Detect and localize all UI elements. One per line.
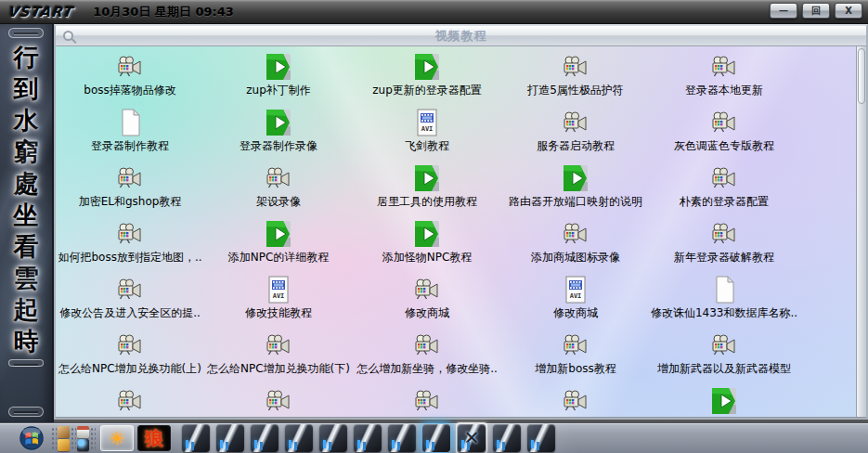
grid-item[interactable]: 修改商城 xyxy=(353,275,501,330)
grid-item[interactable]: 登录器制作录像 xyxy=(204,108,353,163)
window-scrollbar[interactable] xyxy=(856,46,866,417)
taskbar-folder[interactable] xyxy=(250,423,279,453)
grid-item[interactable]: 怎么给NPC增加兑换功能(下) xyxy=(204,330,353,386)
dark-folder-icon xyxy=(354,424,382,452)
camera-icon xyxy=(115,52,145,82)
dark-folder-icon xyxy=(527,424,555,452)
grid-item-label: 加密EL和gshop教程 xyxy=(79,195,182,208)
minimize-button[interactable]: — xyxy=(770,3,797,19)
taskbar-folder[interactable] xyxy=(387,423,417,453)
grid-item[interactable]: 居里工具的使用教程 xyxy=(353,163,501,219)
grid-item[interactable]: 怎么增加新坐骑，修改坐骑.. xyxy=(353,330,501,386)
grid-item[interactable]: 灰色调蓝色专版教程 xyxy=(650,108,798,163)
grid-item[interactable]: zup补丁制作 xyxy=(204,52,353,108)
dark-folder-icon xyxy=(388,424,416,452)
camera-icon xyxy=(115,275,145,304)
wolf-app-button[interactable]: 狼 xyxy=(137,425,171,451)
dark-folder-icon xyxy=(216,424,244,452)
grid-item-partial[interactable] xyxy=(56,386,204,417)
doc-icon xyxy=(709,275,739,304)
grid-item[interactable]: 加密EL和gshop教程 xyxy=(56,163,204,219)
icon-panel: boss掉落物品修改zup补丁制作zup更新的登录器配置打造5属性极品护符登录器… xyxy=(56,46,866,417)
grid-item[interactable]: 如何把boss放到指定地图，.. xyxy=(56,219,204,275)
grid-item-label: 增加新boss教程 xyxy=(535,362,615,375)
camera-icon xyxy=(561,386,590,416)
player-icon xyxy=(264,219,293,249)
grid-item[interactable]: 服务器启动教程 xyxy=(501,108,650,163)
camera-icon xyxy=(115,330,145,360)
poem-character: 水 xyxy=(0,105,52,136)
grid-item-label: 添加怪物NPC教程 xyxy=(382,251,473,264)
sun-icon: ☀ xyxy=(109,428,124,448)
scroll-top-cap[interactable] xyxy=(8,28,44,38)
taskbar-folder[interactable] xyxy=(526,423,556,453)
grid-item[interactable]: 打造5属性极品护符 xyxy=(501,52,650,108)
taskbar-folder[interactable] xyxy=(421,423,451,453)
poem-character: 坐 xyxy=(0,200,52,231)
start-button[interactable] xyxy=(19,425,45,451)
scrollbar-thumb[interactable] xyxy=(858,48,865,104)
taskbar-folder[interactable] xyxy=(181,423,211,453)
doc-icon xyxy=(115,108,145,137)
grid-item-label: zup更新的登录器配置 xyxy=(372,84,482,97)
poem-character: 看 xyxy=(0,231,52,263)
close-button[interactable]: X xyxy=(835,3,862,19)
taskbar-folder[interactable] xyxy=(215,423,245,453)
clipboard-icon[interactable] xyxy=(77,426,89,438)
taskbar-folder[interactable] xyxy=(353,423,382,453)
grid-item-partial[interactable] xyxy=(650,386,798,417)
grid-item-label: 登录器制作录像 xyxy=(240,139,317,152)
camera-icon xyxy=(561,219,590,249)
poem-character: 處 xyxy=(0,168,52,200)
grid-item[interactable]: 添加商城图标录像 xyxy=(501,219,650,275)
camera-icon xyxy=(709,163,739,193)
poem-character: 時 xyxy=(0,326,52,357)
grid-item-partial[interactable] xyxy=(501,386,650,417)
grid-item-partial[interactable] xyxy=(353,386,501,417)
grid-item[interactable]: 增加新武器以及新武器模型 xyxy=(650,330,798,386)
grid-item[interactable]: AVI修改商城 xyxy=(501,275,650,330)
taskbar-folder[interactable] xyxy=(492,423,522,453)
grid-item[interactable]: AVI飞剑教程 xyxy=(353,108,501,163)
grid-item[interactable]: 登录器制作教程 xyxy=(56,108,204,163)
grid-item[interactable]: 添加怪物NPC教程 xyxy=(353,219,501,275)
sun-app-button[interactable]: ☀ xyxy=(100,425,134,451)
grid-item-partial[interactable] xyxy=(204,386,353,417)
cubes-icon[interactable] xyxy=(58,439,70,451)
cross-blade-icon: ✕ xyxy=(458,424,486,452)
box-icon[interactable] xyxy=(58,426,70,438)
grid-item[interactable]: 增加新boss教程 xyxy=(501,330,650,386)
taskbar-folder[interactable] xyxy=(318,423,348,453)
grid-item[interactable]: 新年登录器破解教程 xyxy=(650,219,798,275)
dots-separator xyxy=(51,427,57,449)
grid-item[interactable]: 修改诛仙1433和数据库名称.. xyxy=(650,275,798,330)
orb-icon[interactable] xyxy=(77,439,89,451)
camera-icon xyxy=(264,386,293,416)
grid-item-label: 服务器启动教程 xyxy=(537,139,615,152)
grid-item[interactable]: 架设录像 xyxy=(204,163,353,219)
camera-icon xyxy=(115,163,145,193)
scroll-bottom-cap[interactable] xyxy=(8,407,44,417)
icon-grid: boss掉落物品修改zup补丁制作zup更新的登录器配置打造5属性极品护符登录器… xyxy=(56,52,856,417)
scroll-mid-cap[interactable] xyxy=(8,359,44,367)
grid-item[interactable]: 添加NPC的详细教程 xyxy=(204,219,353,275)
grid-item-label: 修改商城 xyxy=(405,306,449,319)
grid-item[interactable]: boss掉落物品修改 xyxy=(56,52,204,108)
grid-item[interactable]: zup更新的登录器配置 xyxy=(353,52,501,108)
grid-item-label: 怎么增加新坐骑，修改坐骑.. xyxy=(356,362,498,375)
avi-icon: AVI xyxy=(561,275,590,304)
camera-icon xyxy=(709,108,739,137)
maximize-button[interactable]: 回 xyxy=(802,3,830,19)
grid-item[interactable]: 怎么给NPC增加兑换功能(上) xyxy=(56,330,204,386)
side-scroll-banner[interactable]: 行到水窮處坐看雲起時 xyxy=(0,24,54,422)
grid-item[interactable]: 路由器开放端口映射的说明 xyxy=(501,163,650,219)
grid-item[interactable]: 修改公告及进入安全区的提.. xyxy=(56,275,204,330)
grid-item[interactable]: 朴素的登录器配置 xyxy=(650,163,798,219)
grid-item[interactable]: AVI修改技能教程 xyxy=(204,275,353,330)
taskbar-folder-selected[interactable]: ✕ xyxy=(456,422,487,453)
taskbar-folder[interactable] xyxy=(284,423,314,453)
grid-item-label: 路由器开放端口映射的说明 xyxy=(509,195,642,208)
grid-item[interactable]: 登录器本地更新 xyxy=(650,52,798,108)
camera-icon xyxy=(115,386,145,416)
window-titlebar[interactable]: 视频教程 xyxy=(56,26,866,46)
